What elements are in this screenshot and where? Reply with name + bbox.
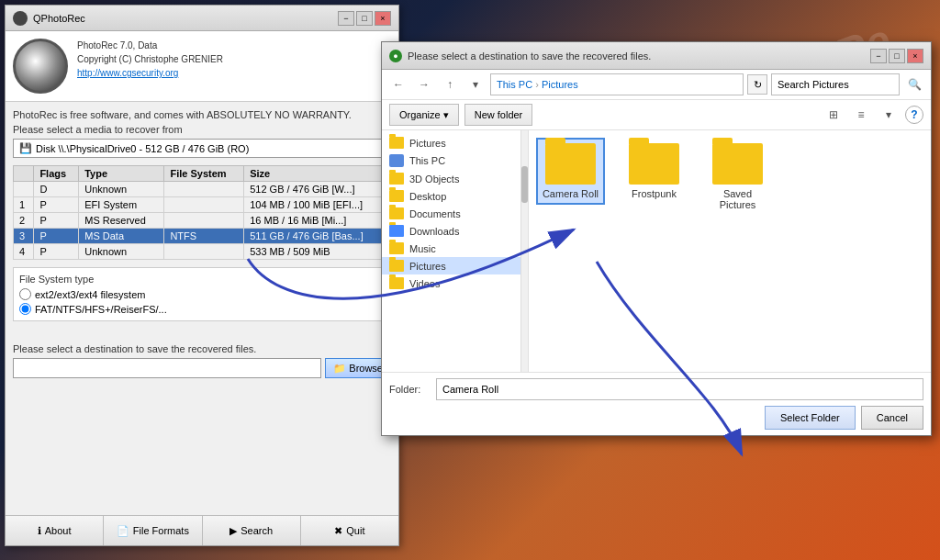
row-type: Unknown — [79, 182, 164, 197]
up-button[interactable]: ↑ — [439, 74, 461, 95]
nav-item-pictures-selected[interactable]: Pictures — [382, 257, 528, 274]
folder-icon — [389, 207, 404, 219]
folder-input[interactable] — [436, 378, 923, 400]
select-folder-button[interactable]: Select Folder — [765, 406, 856, 430]
dialog-bottom: Folder: Select Folder Cancel — [382, 372, 931, 435]
folder-big-icon — [545, 143, 596, 185]
row-num — [14, 182, 34, 197]
nav-item-desktop[interactable]: Desktop — [382, 187, 528, 205]
nav-item-label: Desktop — [409, 191, 446, 202]
folder-big-icon — [629, 143, 679, 185]
disk-icon: 💾 — [19, 142, 32, 154]
disk-label: Disk \\.\PhysicalDrive0 - 512 GB / 476 G… — [36, 143, 249, 154]
browse-icon: 📁 — [333, 363, 346, 375]
minimize-button[interactable]: − — [338, 11, 354, 26]
table-row[interactable]: D Unknown 512 GB / 476 GiB [W...] — [14, 182, 391, 197]
file-formats-button[interactable]: 📄 File Formats — [104, 516, 202, 545]
maximize-button[interactable]: □ — [356, 11, 373, 26]
search-go-button[interactable]: 🔍 — [903, 74, 925, 95]
col-num — [14, 166, 34, 182]
dialog-title: Please select a destination to save the … — [408, 50, 865, 62]
row-flags: P — [34, 244, 79, 260]
dialog-icon: ● — [389, 50, 402, 62]
col-type: Type — [79, 166, 164, 182]
about-label: About — [45, 525, 72, 536]
view-large-icon[interactable]: ⊞ — [822, 105, 845, 125]
new-folder-button[interactable]: New folder — [464, 104, 533, 126]
folder-row: Folder: — [389, 378, 923, 400]
fs-radio-ext-input[interactable] — [19, 288, 31, 300]
files-pane: Camera Roll Frostpunk Saved Pictures — [529, 130, 931, 372]
nav-item-pictures[interactable]: Pictures — [382, 134, 528, 151]
dialog-maximize-button[interactable]: □ — [889, 49, 905, 63]
col-fs: File System — [164, 166, 244, 182]
search-input[interactable] — [771, 73, 900, 95]
organize-button[interactable]: Organize ▾ — [389, 104, 459, 126]
table-row-selected[interactable]: 3 P MS Data NTFS 511 GB / 476 GiB [Bas..… — [14, 229, 391, 244]
photorec-url[interactable]: http://www.cgsecurity.org — [77, 68, 178, 78]
dialog-actions: Organize ▾ New folder ⊞ ≡ ▾ ? — [382, 100, 931, 130]
radio-group: ext2/ext3/ext4 filesystem FAT/NTFS/HFS+/… — [19, 288, 385, 315]
row-fs: NTFS — [164, 229, 244, 244]
dest-path-row: 📁 Browse — [13, 358, 391, 378]
nav-item-label: Music — [409, 243, 436, 254]
table-row[interactable]: 1 P EFI System 104 MB / 100 MiB [EFI...] — [14, 197, 391, 213]
this-pc-link[interactable]: This PC — [497, 79, 532, 90]
nav-item-music[interactable]: Music — [382, 240, 528, 257]
fs-radio-ext-label: ext2/ext3/ext4 filesystem — [35, 289, 145, 300]
dest-path-input[interactable] — [13, 358, 321, 378]
folder-big-icon — [712, 143, 763, 185]
close-button[interactable]: × — [375, 11, 391, 26]
folder-item-camera-roll[interactable]: Camera Roll — [536, 138, 605, 205]
photorec-name: PhotoRec 7.0, Data — [77, 39, 223, 52]
dialog-close-button[interactable]: × — [907, 49, 923, 63]
file-formats-label: File Formats — [133, 525, 189, 536]
folder-item-saved-pictures[interactable]: Saved Pictures — [703, 138, 772, 216]
row-type: MS Reserved — [79, 213, 164, 229]
nav-item-label: 3D Objects — [409, 174, 459, 185]
back-button[interactable]: ← — [387, 74, 409, 95]
folder-item-label: Saved Pictures — [709, 188, 767, 210]
nav-item-videos[interactable]: Videos — [382, 274, 528, 292]
row-fs — [164, 182, 244, 197]
photorec-logo — [13, 39, 68, 94]
folder-icon — [389, 190, 404, 202]
row-flags: D — [34, 182, 79, 197]
folder-item-frostpunk[interactable]: Frostpunk — [620, 138, 688, 205]
help-button[interactable]: ? — [905, 106, 923, 124]
row-type: MS Data — [79, 229, 164, 244]
recent-button[interactable]: ▾ — [464, 74, 487, 95]
dialog-buttons: Select Folder Cancel — [389, 406, 923, 430]
folder-icon — [389, 260, 404, 272]
dialog-minimize-button[interactable]: − — [870, 49, 887, 63]
folder-item-label: Frostpunk — [632, 188, 677, 199]
pictures-link[interactable]: Pictures — [542, 79, 578, 90]
fs-radio-fat-input[interactable] — [19, 303, 31, 315]
folder-icon — [389, 277, 404, 289]
search-label: Search — [241, 525, 273, 536]
row-flags: P — [34, 229, 79, 244]
address-bar[interactable]: This PC › Pictures — [490, 73, 744, 95]
nav-item-this-pc[interactable]: This PC — [382, 151, 528, 170]
row-flags: P — [34, 197, 79, 213]
table-row[interactable]: 4 P Unknown 533 MB / 509 MiB — [14, 244, 391, 260]
photorec-copyright: Copyright (C) Christophe GRENIER — [77, 52, 223, 66]
view-small-icon[interactable]: ≡ — [850, 105, 872, 125]
refresh-button[interactable]: ↻ — [747, 74, 767, 95]
about-button[interactable]: ℹ About — [6, 516, 104, 545]
nav-item-documents[interactable]: Documents — [382, 205, 528, 222]
fs-radio-fat[interactable]: FAT/NTFS/HFS+/ReiserFS/... — [19, 303, 385, 315]
cancel-button[interactable]: Cancel — [861, 406, 923, 430]
table-row[interactable]: 2 P MS Reserved 16 MB / 16 MiB [Mi...] — [14, 213, 391, 229]
search-button[interactable]: ▶ Search — [203, 516, 301, 545]
nav-item-3d-objects[interactable]: 3D Objects — [382, 170, 528, 187]
nav-item-downloads[interactable]: Downloads — [382, 222, 528, 240]
disk-selector[interactable]: 💾 Disk \\.\PhysicalDrive0 - 512 GB / 476… — [13, 139, 391, 158]
fs-radio-ext[interactable]: ext2/ext3/ext4 filesystem — [19, 288, 385, 300]
row-num: 2 — [14, 213, 34, 229]
view-options-button[interactable]: ▾ — [878, 105, 900, 125]
nav-item-label: Documents — [409, 208, 461, 219]
forward-button[interactable]: → — [413, 74, 435, 95]
photorec-info: PhotoRec 7.0, Data Copyright (C) Christo… — [77, 39, 223, 94]
quit-button[interactable]: ✖ Quit — [301, 516, 398, 545]
